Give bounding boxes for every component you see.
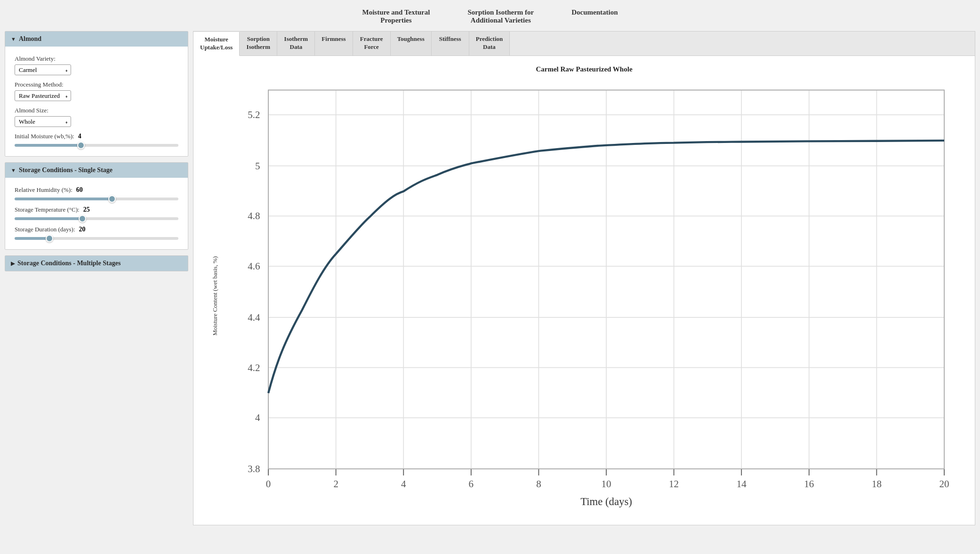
tab-sorption-isotherm[interactable]: SorptionIsotherm xyxy=(240,32,277,55)
tab-isotherm-data[interactable]: IsothermData xyxy=(277,32,315,55)
main-layout: ▼ Almond Almond Variety: Carmel Nonparei… xyxy=(0,31,980,530)
almond-panel: ▼ Almond Almond Variety: Carmel Nonparei… xyxy=(5,31,188,157)
chart-svg: 5.2 5 4.8 4.6 4.4 xyxy=(219,81,961,511)
svg-text:4.2: 4.2 xyxy=(248,362,260,373)
humidity-value: 60 xyxy=(76,186,83,194)
svg-text:12: 12 xyxy=(669,478,679,489)
moisture-field: Initial Moisture (wb,%): 4 xyxy=(15,133,178,147)
size-select-wrapper: Whole Sliced Slivered Diced xyxy=(15,116,71,127)
moisture-label: Initial Moisture (wb,%): xyxy=(15,133,74,140)
chart-inner: 5.2 5 4.8 4.6 4.4 xyxy=(219,81,961,511)
temperature-value: 25 xyxy=(83,206,90,214)
size-field: Almond Size: Whole Sliced Slivered Diced xyxy=(15,107,178,127)
processing-select-wrapper: Raw Pasteurized Dry Roasted Oil Roasted … xyxy=(15,90,71,101)
humidity-field: Relative Humidity (%): 60 xyxy=(15,186,178,200)
chart-title: Carmel Raw Pasteurized Whole xyxy=(208,65,961,73)
svg-text:8: 8 xyxy=(536,478,541,489)
x-axis-text: Time (days) xyxy=(580,496,632,507)
temperature-field: Storage Temperature (°C): 25 xyxy=(15,206,178,220)
tab-firmness[interactable]: Firmness xyxy=(315,32,353,55)
moisture-slider[interactable] xyxy=(15,144,178,147)
variety-field: Almond Variety: Carmel Nonpareil Mission… xyxy=(15,55,178,75)
processing-label: Processing Method: xyxy=(15,81,178,88)
storage-single-arrow: ▼ xyxy=(11,167,16,173)
tab-toughness[interactable]: Toughness xyxy=(391,32,432,55)
nav-moisture-textural[interactable]: Moisture and TexturalProperties xyxy=(362,8,430,24)
svg-text:4: 4 xyxy=(401,478,406,489)
variety-select-wrapper: Carmel Nonpareil Mission Butte Padre xyxy=(15,64,71,75)
tabs-row: MoistureUptake/Loss SorptionIsotherm Iso… xyxy=(193,32,975,56)
storage-single-body: Relative Humidity (%): 60 Storage Temper… xyxy=(5,178,188,249)
storage-multiple-header[interactable]: ▶ Storage Conditions - Multiple Stages xyxy=(5,256,188,271)
svg-text:20: 20 xyxy=(939,478,949,489)
svg-text:14: 14 xyxy=(737,478,747,489)
almond-panel-arrow: ▼ xyxy=(11,36,16,42)
tab-moisture-uptake[interactable]: MoistureUptake/Loss xyxy=(193,32,240,56)
nav-sorption-isotherm[interactable]: Sorption Isotherm forAdditional Varietie… xyxy=(467,8,534,24)
duration-value: 20 xyxy=(79,226,86,233)
svg-text:5: 5 xyxy=(255,160,260,171)
storage-single-header[interactable]: ▼ Storage Conditions - Single Stage xyxy=(5,163,188,178)
svg-text:0: 0 xyxy=(266,478,271,489)
svg-text:4.4: 4.4 xyxy=(248,312,260,323)
svg-text:4.8: 4.8 xyxy=(248,210,260,222)
tab-fracture-force[interactable]: FractureForce xyxy=(353,32,391,55)
size-select[interactable]: Whole Sliced Slivered Diced xyxy=(15,116,71,127)
tab-stiffness[interactable]: Stiffness xyxy=(432,32,469,55)
chart-area: Moisture Content (wet basis, %) xyxy=(208,81,961,511)
size-label: Almond Size: xyxy=(15,107,178,114)
almond-panel-body: Almond Variety: Carmel Nonpareil Mission… xyxy=(5,47,188,156)
sidebar: ▼ Almond Almond Variety: Carmel Nonparei… xyxy=(5,31,188,525)
svg-text:2: 2 xyxy=(333,478,338,489)
moisture-value: 4 xyxy=(78,133,81,140)
variety-select[interactable]: Carmel Nonpareil Mission Butte Padre xyxy=(15,64,71,75)
duration-label: Storage Duration (days): xyxy=(15,226,75,233)
svg-text:4.6: 4.6 xyxy=(248,261,260,272)
humidity-slider[interactable] xyxy=(15,198,178,200)
processing-field: Processing Method: Raw Pasteurized Dry R… xyxy=(15,81,178,101)
storage-multiple-arrow: ▶ xyxy=(11,261,15,267)
variety-label: Almond Variety: xyxy=(15,55,178,63)
almond-panel-title: Almond xyxy=(19,35,41,43)
temperature-label: Storage Temperature (°C): xyxy=(15,206,80,214)
y-axis-label: Moisture Content (wet basis, %) xyxy=(208,81,219,511)
duration-field: Storage Duration (days): 20 xyxy=(15,226,178,240)
almond-panel-header[interactable]: ▼ Almond xyxy=(5,32,188,47)
chart-container: Carmel Raw Pasteurized Whole Moisture Co… xyxy=(193,56,975,525)
svg-text:18: 18 xyxy=(872,478,882,489)
top-navigation: Moisture and TexturalProperties Sorption… xyxy=(0,0,980,31)
storage-multiple-panel: ▶ Storage Conditions - Multiple Stages xyxy=(5,255,188,271)
storage-single-title: Storage Conditions - Single Stage xyxy=(19,166,112,174)
storage-single-panel: ▼ Storage Conditions - Single Stage Rela… xyxy=(5,162,188,250)
svg-text:4: 4 xyxy=(255,412,260,423)
svg-text:16: 16 xyxy=(804,478,814,489)
tab-prediction-data[interactable]: PredictionData xyxy=(469,32,510,55)
nav-documentation[interactable]: Documentation xyxy=(571,8,618,24)
temperature-slider[interactable] xyxy=(15,217,178,220)
storage-multiple-title: Storage Conditions - Multiple Stages xyxy=(17,260,120,267)
processing-select[interactable]: Raw Pasteurized Dry Roasted Oil Roasted … xyxy=(15,90,71,101)
duration-slider[interactable] xyxy=(15,237,178,240)
content-area: MoistureUptake/Loss SorptionIsotherm Iso… xyxy=(193,31,975,525)
svg-text:3.8: 3.8 xyxy=(248,463,260,475)
svg-text:5.2: 5.2 xyxy=(248,109,260,120)
chart-svg-wrapper: 5.2 5 4.8 4.6 4.4 xyxy=(219,81,961,511)
humidity-label: Relative Humidity (%): xyxy=(15,186,72,194)
svg-text:6: 6 xyxy=(469,478,474,489)
svg-text:10: 10 xyxy=(602,478,611,489)
